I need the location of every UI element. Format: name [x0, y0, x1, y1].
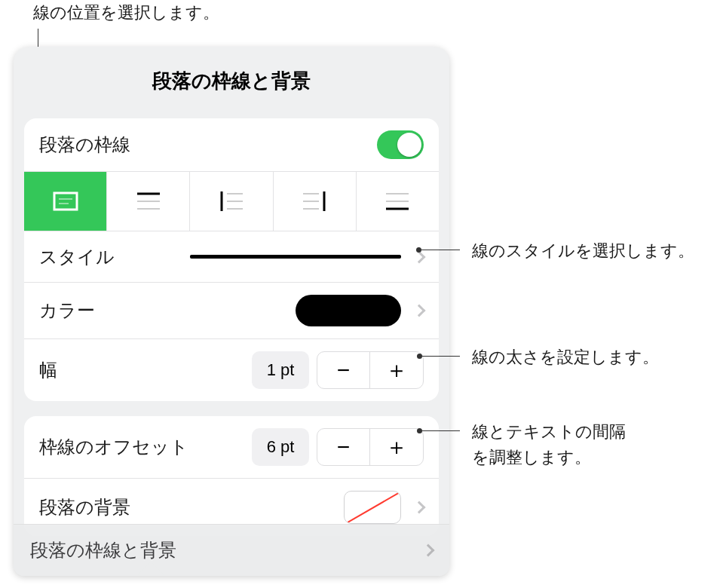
color-swatch — [296, 295, 401, 326]
callout-offset-line1: 線とテキストの間隔 — [472, 421, 626, 443]
card-border-settings: 段落の枠線 — [24, 118, 439, 401]
border-left-icon — [216, 189, 247, 213]
row-style[interactable]: スタイル — [24, 231, 439, 283]
border-toggle-label: 段落の枠線 — [39, 133, 130, 157]
border-all-icon — [51, 189, 81, 213]
offset-controls: 6 pt − ＋ — [252, 428, 424, 466]
style-value-group — [190, 253, 424, 262]
style-label: スタイル — [39, 245, 115, 269]
panel-title: 段落の枠線と背景 — [14, 47, 449, 112]
callout-style: 線のスタイルを選択します。 — [472, 240, 694, 262]
offset-increase[interactable]: ＋ — [370, 429, 423, 465]
svg-rect-0 — [54, 193, 77, 210]
callout-line — [420, 356, 460, 357]
border-pos-bottom[interactable] — [357, 172, 439, 231]
callout-position: 線の位置を選択します。 — [33, 2, 219, 24]
offset-stepper: − ＋ — [317, 428, 424, 466]
footer-row[interactable]: 段落の枠線と背景 — [14, 524, 449, 576]
border-right-icon — [299, 189, 329, 213]
style-line-preview — [190, 255, 401, 259]
offset-decrease[interactable]: − — [317, 429, 370, 465]
width-controls: 1 pt − ＋ — [252, 351, 424, 389]
border-pos-left[interactable] — [190, 172, 273, 231]
chevron-icon — [422, 544, 435, 557]
border-pos-all[interactable] — [24, 172, 107, 231]
footer-label: 段落の枠線と背景 — [30, 538, 176, 562]
color-value-group — [296, 295, 424, 326]
color-label: カラー — [39, 299, 95, 323]
panel-borders-background: 段落の枠線と背景 段落の枠線 — [14, 47, 449, 576]
bg-value-group — [344, 491, 424, 524]
border-pos-top[interactable] — [107, 172, 190, 231]
border-bottom-icon — [382, 189, 412, 213]
callout-line — [419, 250, 460, 250]
border-toggle[interactable] — [377, 130, 424, 159]
bg-swatch-none — [344, 491, 401, 524]
border-pos-right[interactable] — [274, 172, 357, 231]
row-border-toggle: 段落の枠線 — [24, 118, 439, 172]
callout-width: 線の太さを設定します。 — [472, 346, 659, 369]
offset-label: 枠線のオフセット — [39, 435, 188, 459]
offset-value[interactable]: 6 pt — [252, 428, 309, 466]
row-color[interactable]: カラー — [24, 283, 439, 339]
width-label: 幅 — [39, 358, 57, 382]
width-stepper: − ＋ — [317, 351, 424, 389]
row-width: 幅 1 pt − ＋ — [24, 339, 439, 401]
card-offset-bg: 枠線のオフセット 6 pt − ＋ 段落の背景 — [24, 416, 439, 536]
callout-offset-line2: を調整します。 — [472, 446, 591, 469]
border-position-segments — [24, 172, 439, 231]
bg-label: 段落の背景 — [39, 495, 130, 519]
width-decrease[interactable]: − — [317, 352, 370, 388]
border-top-icon — [133, 189, 164, 213]
row-offset: 枠線のオフセット 6 pt − ＋ — [24, 416, 439, 479]
chevron-icon — [413, 305, 426, 317]
callout-line — [420, 430, 460, 431]
width-increase[interactable]: ＋ — [370, 352, 423, 388]
popover-pointer — [138, 562, 164, 576]
width-value[interactable]: 1 pt — [252, 351, 309, 389]
chevron-icon — [413, 501, 426, 514]
